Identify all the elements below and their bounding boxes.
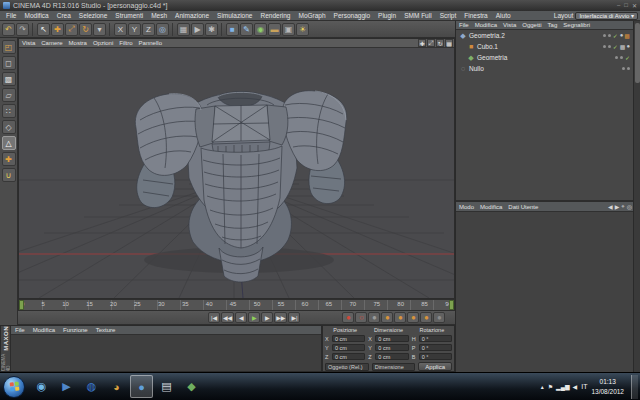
menu-item[interactable]: Personaggio: [330, 12, 375, 19]
am-forward-icon[interactable]: ▶: [615, 203, 620, 210]
coord-system-icon[interactable]: ◎: [156, 23, 169, 36]
primitive-cube-icon[interactable]: ■: [226, 23, 239, 36]
object-manager-menu-item[interactable]: File: [456, 22, 472, 28]
menu-item[interactable]: Plugin: [374, 12, 400, 19]
edges-mode-icon[interactable]: ◇: [2, 120, 16, 134]
undo-icon[interactable]: ↶: [2, 23, 15, 36]
taskbar-clock[interactable]: 01:13 13/08/2012: [591, 377, 624, 395]
phong-tag-icon[interactable]: ●: [626, 43, 630, 50]
prev-frame-button[interactable]: ◀: [235, 312, 247, 323]
viewport-menu-item[interactable]: Vista: [19, 40, 38, 46]
menu-item[interactable]: Crea: [53, 12, 75, 19]
texture-tag-icon[interactable]: ▩: [624, 32, 630, 39]
rot-h-field[interactable]: 0 °: [419, 335, 452, 342]
menu-item[interactable]: Script: [436, 12, 461, 19]
attribute-menu-item[interactable]: Dati Utente: [505, 204, 541, 210]
phong-tag-icon[interactable]: ●: [620, 32, 624, 39]
material-menu-item[interactable]: Modifica: [29, 327, 59, 333]
menu-item[interactable]: Mesh: [147, 12, 171, 19]
viewport-menu-item[interactable]: Camere: [38, 40, 65, 46]
spline-pen-icon[interactable]: ✎: [240, 23, 253, 36]
render-view-icon[interactable]: ▦: [177, 23, 190, 36]
workplane-mode-icon[interactable]: ▱: [2, 88, 16, 102]
material-menu-item[interactable]: Texture: [92, 327, 120, 333]
attribute-menu-item[interactable]: Modifica: [477, 204, 505, 210]
object-manager-menu-item[interactable]: Tag: [545, 22, 561, 28]
texture-tag-icon[interactable]: ▩: [620, 43, 626, 50]
visibility-dot-render[interactable]: [608, 45, 611, 48]
am-pin-icon[interactable]: ⌖: [621, 203, 624, 210]
pan-view-icon[interactable]: ✚: [418, 39, 426, 47]
pos-x-field[interactable]: 0 cm: [332, 335, 365, 342]
rot-p-field[interactable]: 0 °: [419, 344, 452, 351]
rot-b-field[interactable]: 0 °: [419, 353, 452, 360]
am-back-icon[interactable]: ◀: [608, 203, 613, 210]
timeline-ruler[interactable]: 051015202530354045505560657075808590: [18, 299, 455, 311]
visibility-dot-render[interactable]: [627, 67, 630, 70]
record-rotation-button[interactable]: ●: [407, 312, 419, 323]
menu-item[interactable]: SMM Full: [400, 12, 435, 19]
light-icon[interactable]: ☀: [296, 23, 309, 36]
texture-mode-icon[interactable]: ▩: [2, 72, 16, 86]
viewport-canvas[interactable]: [19, 48, 454, 298]
play-button[interactable]: ▶: [248, 312, 260, 323]
show-desktop-button[interactable]: [631, 375, 638, 399]
menu-item[interactable]: Modifica: [20, 12, 52, 19]
panel-scrollbar[interactable]: [633, 21, 640, 372]
taskbar-app-2[interactable]: ▶: [55, 375, 78, 398]
object-row-cubo1[interactable]: ■ Cubo.1 ✓ ▩●: [456, 41, 634, 52]
object-row-geometria[interactable]: ◆ Geometria ✓: [456, 52, 634, 63]
attribute-menu-item[interactable]: Modo: [456, 204, 477, 210]
object-row-geometria2[interactable]: ◆ Geometria.2 ✓ ●▩: [456, 30, 634, 41]
object-name[interactable]: Geometria.2: [469, 32, 505, 39]
render-picture-viewer-icon[interactable]: ▶: [191, 23, 204, 36]
next-key-button[interactable]: ▶▶: [274, 312, 287, 323]
prev-key-button[interactable]: ◀◀: [221, 312, 234, 323]
object-row-nullo[interactable]: ◌ Nullo: [456, 63, 634, 74]
viewport-menu-item[interactable]: Filtro: [116, 40, 135, 46]
rotate-view-icon[interactable]: ↻: [436, 39, 444, 47]
coord-mode-dropdown[interactable]: Oggetto (Rel.): [325, 363, 369, 371]
tray-expander[interactable]: ▴: [541, 383, 544, 390]
lock-x-icon[interactable]: X: [114, 23, 127, 36]
start-button[interactable]: [3, 376, 25, 398]
taskbar-app-1[interactable]: ◉: [30, 375, 53, 398]
move-icon[interactable]: ✚: [51, 23, 64, 36]
record-pla-button[interactable]: ●: [433, 312, 445, 323]
live-selection-icon[interactable]: ↖: [37, 23, 50, 36]
menu-item[interactable]: Simulazione: [213, 12, 256, 19]
menu-item[interactable]: Rendering: [256, 12, 294, 19]
size-z-field[interactable]: 0 cm: [375, 353, 408, 360]
object-manager-menu-item[interactable]: Segnalibri: [560, 22, 593, 28]
object-manager-menu-item[interactable]: Oggetti: [519, 22, 544, 28]
visibility-dot-editor[interactable]: [603, 34, 606, 37]
pos-y-field[interactable]: 0 cm: [332, 344, 365, 351]
goto-start-button[interactable]: |◀: [208, 312, 220, 323]
enable-check[interactable]: ✓: [613, 32, 618, 39]
redo-icon[interactable]: ↷: [16, 23, 29, 36]
visibility-dot-render[interactable]: [608, 34, 611, 37]
toggle-views-icon[interactable]: ▦: [445, 39, 453, 47]
material-menu-item[interactable]: File: [11, 327, 29, 333]
taskbar-app-5[interactable]: ●: [130, 375, 153, 398]
subdivision-surface-icon[interactable]: ◉: [254, 23, 267, 36]
model-mode-icon[interactable]: ◻: [2, 56, 16, 70]
maximize-button[interactable]: □: [624, 2, 628, 9]
points-mode-icon[interactable]: ∷: [2, 104, 16, 118]
tray-network-icon[interactable]: ▂▄▆: [556, 383, 569, 390]
taskbar-app-6[interactable]: ▤: [155, 375, 178, 398]
object-name[interactable]: Geometria: [477, 54, 507, 61]
zoom-view-icon[interactable]: ⤢: [427, 39, 435, 47]
object-manager-menu-item[interactable]: Vista: [500, 22, 519, 28]
menu-item[interactable]: Animazione: [171, 12, 213, 19]
make-editable-icon[interactable]: ◰: [2, 40, 16, 54]
size-y-field[interactable]: 0 cm: [375, 344, 408, 351]
snap-icon[interactable]: ∪: [2, 168, 16, 182]
close-button[interactable]: ✕: [632, 2, 637, 9]
visibility-dot-render[interactable]: [620, 56, 623, 59]
object-name[interactable]: Cubo.1: [477, 43, 498, 50]
visibility-dot-editor[interactable]: [622, 67, 625, 70]
goto-end-button[interactable]: ▶|: [288, 312, 300, 323]
polygons-mode-icon[interactable]: △: [2, 136, 16, 150]
language-indicator[interactable]: IT: [581, 383, 587, 390]
